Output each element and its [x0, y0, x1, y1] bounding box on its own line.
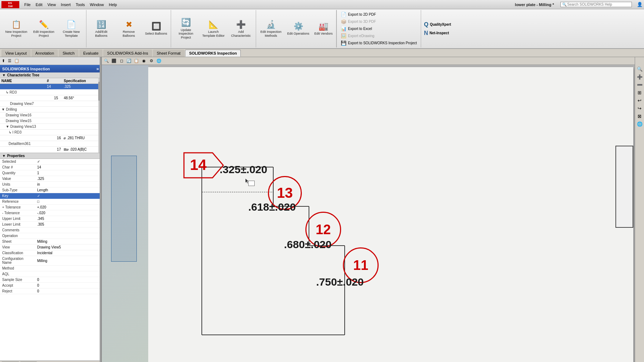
char-tree[interactable]: NAME # Specification 14 .325 ↳ RD3: [0, 78, 101, 153]
menu-help[interactable]: Help: [107, 2, 119, 7]
canvas-icon-2[interactable]: ⬛: [111, 58, 117, 64]
select-balloons-button[interactable]: 🔲 Select Balloons: [143, 20, 169, 37]
right-icon-8[interactable]: 🌐: [636, 121, 643, 127]
tab-view-layout[interactable]: View Layout: [1, 50, 31, 57]
char-tree-title-text: Characteristic Tree: [7, 73, 39, 77]
tree-row-drawing-view15[interactable]: Drawing View15: [0, 118, 101, 124]
panel-nav-icon-2[interactable]: ☰: [7, 58, 13, 64]
canvas-icon-4[interactable]: 🔄: [126, 58, 132, 64]
prop-aql: AQL: [0, 271, 101, 277]
panel-nav-icon-1[interactable]: ⬆: [1, 58, 6, 64]
update-inspection-button[interactable]: 🔄 Update Inspection Project: [173, 16, 199, 41]
edit-operations-label: Edit Operations: [287, 32, 309, 36]
new-inspection-label: New Inspection Project: [5, 30, 28, 38]
prop-units-value: in: [37, 182, 40, 186]
prop-char-num-value: 14: [37, 165, 41, 169]
net-inspect-button[interactable]: N Net-Inspect: [424, 30, 451, 36]
cursor-box: [248, 181, 255, 186]
canvas-toolbar: 🔍 ⬛ ◻ 🔄 📋 ◉ ⚙ 🌐: [102, 57, 635, 65]
tree-row-17[interactable]: 17 ⊞⌀ .020 A|B|C: [0, 147, 101, 152]
edit-methods-button[interactable]: 🔬 Edit Inspection Methods: [258, 19, 284, 39]
export-sw-project-label: Export to SOLIDWORKS Inspection Project: [348, 41, 417, 45]
new-inspection-button[interactable]: 📋 New Inspection Project: [3, 19, 30, 39]
qualityxpert-icon: Q: [424, 21, 428, 28]
edit-vendors-button[interactable]: 🏭 Edit Vendors: [312, 20, 335, 37]
canvas-icon-7[interactable]: ⚙: [148, 58, 155, 64]
quality-panel: Q QualityXpert N Net-Inspect: [421, 10, 454, 47]
right-icon-4[interactable]: ⊞: [637, 89, 642, 96]
menu-window[interactable]: Window: [88, 2, 106, 7]
tree-row-rd3b[interactable]: ↳ I RD3: [0, 130, 101, 135]
right-icon-7[interactable]: ⊠: [637, 113, 642, 120]
right-icon-3[interactable]: ➖: [636, 81, 643, 88]
canvas-icon-1[interactable]: 🔍: [103, 58, 110, 64]
search-input[interactable]: [567, 2, 624, 6]
tab-evaluate[interactable]: Evaluate: [79, 50, 103, 57]
edit-operations-button[interactable]: ⚙️ Edit Operations: [285, 20, 311, 37]
tab-sw-inspection[interactable]: SOLIDWORKS Inspection: [185, 50, 241, 57]
canvas-icon-3[interactable]: ◻: [118, 58, 125, 64]
export-sw-project[interactable]: 💾 Export to SOLIDWORKS Inspection Projec…: [340, 40, 418, 46]
add-characteristic-button[interactable]: ➕ Add Characteristic: [228, 19, 254, 39]
export-excel[interactable]: 📊 Export to Excel: [340, 26, 418, 32]
tree-row-drilling[interactable]: ▼ Drilling: [0, 107, 101, 112]
menu-edit[interactable]: Edit: [34, 2, 45, 7]
menu-view[interactable]: View: [45, 2, 58, 7]
tree-col-name: NAME: [0, 78, 45, 84]
prop-comments: Comments: [0, 227, 101, 233]
thumbnail-viewport[interactable]: [111, 156, 137, 262]
prop-minus-tolerance: - Tolerance -.020: [0, 210, 101, 216]
prop-operation: Operation: [0, 233, 101, 239]
tree-row-16[interactable]: 16 ⌀ .281 THRU: [0, 135, 101, 141]
edit-methods-icon: 🔬: [266, 20, 276, 29]
right-icon-1[interactable]: 🔍: [636, 66, 643, 72]
panel-nav-icon-3[interactable]: 📋: [13, 58, 20, 64]
canvas-icon-6[interactable]: ◉: [141, 58, 147, 64]
add-characteristic-icon: ➕: [236, 20, 246, 29]
tree-row-14[interactable]: 14 .325: [0, 84, 101, 90]
panel-splitter[interactable]: [100, 57, 101, 362]
qualityxpert-button[interactable]: Q QualityXpert: [424, 21, 451, 28]
tab-sheet-format[interactable]: Sheet Format: [153, 50, 185, 57]
toolbar-group-inspection: 📋 New Inspection Project ✏️ Edit Inspect…: [1, 10, 86, 47]
export-3d-pdf-icon: 📦: [341, 19, 346, 24]
export-2d-pdf[interactable]: 📄 Export to 2D PDF: [340, 11, 418, 17]
tree-row-drawing-view16[interactable]: Drawing View16: [0, 112, 101, 118]
canvas-icon-5[interactable]: 📋: [133, 58, 140, 64]
tab-bar: View Layout Annotation Sketch Evaluate S…: [0, 49, 644, 57]
export-2d-pdf-icon: 📄: [341, 12, 346, 17]
menu-tools[interactable]: Tools: [74, 2, 87, 7]
search-bar[interactable]: 🔍: [560, 2, 632, 7]
prop-selected-value: ✓: [37, 160, 40, 164]
tree-row-detail361[interactable]: DetailItem361: [0, 141, 101, 147]
properties-collapse-icon[interactable]: ▼: [2, 154, 6, 158]
export-edrawing[interactable]: 🖼️ Export eDrawing: [340, 33, 418, 39]
right-icon-5[interactable]: ↩: [637, 97, 642, 104]
net-inspect-label: Net-Inspect: [430, 31, 449, 35]
menu-file[interactable]: File: [22, 2, 33, 7]
tree-row-drawing-view13[interactable]: ▼ Drawing View13: [0, 124, 101, 130]
export-excel-icon: 📊: [341, 26, 346, 31]
menu-insert[interactable]: Insert: [59, 2, 73, 7]
tree-row-rd3a[interactable]: ↳ RD3: [0, 90, 101, 95]
right-icon-6[interactable]: ↪: [637, 105, 642, 112]
tab-sketch[interactable]: Sketch: [59, 50, 79, 57]
canvas-icon-8[interactable]: 🌐: [156, 58, 162, 64]
right-icon-2[interactable]: ➕: [636, 74, 643, 80]
prop-key-value: ✓: [37, 194, 40, 198]
edit-inspection-button[interactable]: ✏️ Edit Inspection Project: [30, 19, 57, 39]
export-3d-pdf[interactable]: 📦 Export to 3D PDF: [340, 19, 418, 25]
create-new-button[interactable]: 📄 Create New Template: [58, 19, 85, 39]
panel-nav-toolbar: ⬆ ☰ 📋: [0, 57, 101, 65]
tree-row-drawing-view7[interactable]: Drawing View7: [0, 101, 101, 107]
prop-quantity-value: 1: [37, 171, 39, 175]
panel-close-button[interactable]: »: [96, 66, 99, 71]
tab-sw-addins[interactable]: SOLIDWORKS Add-Ins: [103, 50, 152, 57]
canvas[interactable]: 🔍 ⬛ ◻ 🔄 📋 ◉ ⚙ 🌐 🔍 ➕ ➖ ⊞ ↩ ↪ ⊠ 🌐: [102, 57, 644, 362]
tab-annotation[interactable]: Annotation: [31, 50, 58, 57]
add-edit-balloons-button[interactable]: 🔢 Add/Edit Balloons: [88, 19, 115, 39]
remove-balloons-button[interactable]: ✖ Remove Balloons: [115, 19, 142, 39]
tree-row-15[interactable]: 15 48.56°: [0, 95, 101, 101]
char-tree-collapse-icon[interactable]: ▼: [2, 73, 6, 77]
launch-template-button[interactable]: 📐 Launch Template Editor: [200, 19, 227, 39]
